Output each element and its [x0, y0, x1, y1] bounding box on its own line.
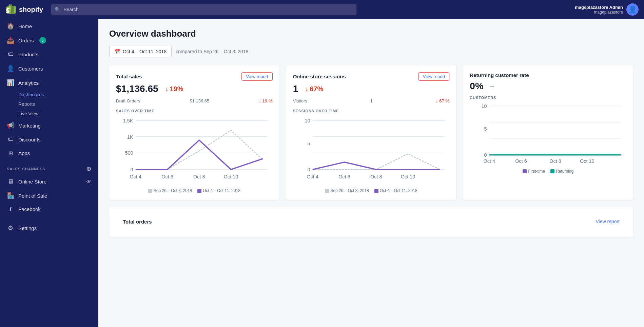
returning-value: 0% [470, 81, 483, 92]
sales-channels-label: SALES CHANNELS ⊕ [0, 160, 98, 175]
eye-icon[interactable]: 👁 [86, 179, 92, 185]
settings-icon: ⚙ [7, 224, 14, 232]
total-orders-inner: Total orders View report [116, 213, 626, 230]
svg-text:10: 10 [482, 103, 487, 109]
sidebar-label-settings: Settings [18, 225, 37, 231]
dashboards-label: Dashboards [18, 92, 44, 97]
customers-chart-label: CUSTOMERS [470, 96, 626, 100]
cards-row: Total sales View report $1,136.65 ↓ 19% … [109, 65, 633, 200]
reports-label: Reports [18, 101, 35, 107]
total-sales-card: Total sales View report $1,136.65 ↓ 19% … [109, 65, 279, 200]
draft-orders-label: Draft Orders [116, 98, 140, 103]
online-sessions-card: Online store sessions View report 1 ↓ 67… [286, 65, 456, 200]
svg-text:Oct 6: Oct 6 [161, 174, 173, 179]
svg-text:Oct 4: Oct 4 [307, 174, 318, 179]
search-input[interactable] [51, 4, 356, 15]
user-avatar[interactable]: 👤 [626, 3, 639, 16]
visitors-arrow: ↓ [436, 98, 438, 103]
total-sales-title: Total sales [116, 74, 142, 79]
orders-icon: 📥 [7, 37, 14, 44]
sidebar-label-home: Home [18, 23, 32, 29]
analytics-icon: 📊 [7, 79, 14, 86]
sidebar-item-products[interactable]: 🏷 Products [0, 47, 98, 61]
apps-icon: ⊞ [7, 150, 14, 156]
sidebar-item-apps[interactable]: ⊞ Apps [0, 147, 98, 160]
svg-text:1K: 1K [127, 134, 133, 140]
sidebar-sub-reports[interactable]: Reports [0, 99, 98, 109]
add-channel-btn[interactable]: ⊕ [86, 165, 92, 173]
sessions-value: 1 [293, 83, 298, 94]
sidebar-sub-liveview[interactable]: Live View [0, 109, 98, 118]
main-content: Overview dashboard 📅 Oct 4 – Oct 11, 201… [98, 19, 644, 327]
svg-text:10: 10 [305, 118, 310, 123]
orders-badge: 5 [39, 37, 46, 44]
total-sales-pct: 19% [170, 85, 183, 93]
legend-first-time: First-time [523, 169, 545, 174]
returning-title: Returning customer rate [470, 72, 529, 78]
user-area[interactable]: mageplazastore Admin mageplazastore 👤 [575, 3, 639, 16]
products-icon: 🏷 [7, 51, 14, 58]
sessions-sub-row: Visitors 1 ↓ 67% [293, 98, 450, 103]
sidebar-item-customers[interactable]: 👤 Customers [0, 61, 98, 76]
svg-text:1.5K: 1.5K [123, 118, 133, 123]
total-sales-view-report[interactable]: View report [241, 72, 273, 81]
sidebar-label-marketing: Marketing [18, 123, 41, 129]
logo-text: shopify [19, 6, 43, 14]
sidebar-sub-dashboards[interactable]: Dashboards [0, 90, 98, 99]
svg-text:Oct 10: Oct 10 [580, 158, 594, 164]
date-range-button[interactable]: 📅 Oct 4 – Oct 11, 2018 [109, 46, 172, 57]
total-orders-card: Total orders View report [109, 207, 633, 237]
compare-label: compared to Sep 26 – Oct 3, 2018 [176, 49, 248, 54]
sidebar: 🏠 Home 📥 Orders 5 🏷 Products 👤 Customers… [0, 19, 98, 327]
shopify-logo-icon [5, 4, 16, 15]
visitors-change: ↓ 67% [436, 98, 450, 103]
sidebar-item-facebook[interactable]: f Facebook [0, 203, 98, 215]
svg-text:Oct 6: Oct 6 [515, 158, 527, 164]
date-filter: 📅 Oct 4 – Oct 11, 2018 compared to Sep 2… [109, 46, 633, 57]
svg-text:Oct 4: Oct 4 [130, 174, 141, 179]
sessions-chart: 10 5 0 Oct 4 Oct 6 Oct 8 Oct 10 [293, 116, 450, 184]
home-icon: 🏠 [7, 22, 14, 30]
visitors-label: Visitors [293, 98, 307, 103]
sidebar-label-customers: Customers [18, 66, 43, 72]
sidebar-label-analytics: Analytics [18, 80, 39, 86]
sales-chart: 1.5K 1K 500 0 Oct 4 Oct 6 Oct 8 Oct 10 [116, 116, 273, 184]
down-arrow-icon: ↓ [165, 85, 169, 93]
customers-chart-legend: First-time Returning [470, 169, 626, 174]
draft-orders-change: ↓ 19% [259, 98, 273, 103]
top-nav: shopify 🔍 mageplazastore Admin mageplaza… [0, 0, 644, 19]
total-orders-title: Total orders [123, 219, 152, 225]
svg-text:0: 0 [484, 152, 487, 158]
sidebar-item-analytics[interactable]: 📊 Analytics [0, 76, 98, 90]
svg-text:Oct 10: Oct 10 [401, 174, 415, 179]
svg-text:Oct 8: Oct 8 [193, 174, 205, 179]
sessions-view-report[interactable]: View report [418, 72, 450, 81]
calendar-icon: 📅 [114, 49, 120, 54]
online-store-icon: 🖥 [7, 178, 14, 185]
customers-chart: 10 5 0 Oct 4 Oct 6 Oct 8 Oct 10 [470, 101, 626, 165]
sidebar-label-orders: Orders [18, 38, 34, 43]
total-sales-change: ↓ 19% [165, 85, 183, 93]
sidebar-item-marketing[interactable]: 📢 Marketing [0, 118, 98, 133]
logo[interactable]: shopify [5, 4, 43, 15]
search-bar[interactable]: 🔍 [51, 4, 356, 15]
total-orders-view-report[interactable]: View report [596, 219, 620, 224]
sidebar-item-orders[interactable]: 📥 Orders 5 [0, 33, 98, 47]
pos-icon: 🏪 [7, 192, 14, 199]
draft-orders-value: $1,136.65 [190, 98, 209, 103]
sales-chart-label: SALES OVER TIME [116, 109, 273, 113]
sales-chart-legend: Sep 26 – Oct 3, 2018 Oct 4 – Oct 11, 201… [116, 188, 273, 193]
sidebar-item-home[interactable]: 🏠 Home [0, 19, 98, 33]
total-sales-header: Total sales View report [116, 72, 273, 81]
sidebar-item-settings[interactable]: ⚙ Settings [0, 221, 98, 235]
sidebar-item-pos[interactable]: 🏪 Point of Sale [0, 189, 98, 203]
facebook-icon: f [7, 206, 14, 212]
page-title: Overview dashboard [109, 28, 633, 39]
sidebar-item-discounts[interactable]: 🏷 Discounts [0, 133, 98, 147]
sidebar-item-online-store[interactable]: 🖥 Online Store 👁 [0, 175, 98, 189]
svg-text:Oct 10: Oct 10 [224, 174, 238, 179]
sessions-change: ↓ 67% [305, 85, 323, 93]
app-body: 🏠 Home 📥 Orders 5 🏷 Products 👤 Customers… [0, 19, 644, 327]
sidebar-label-online-store: Online Store [18, 179, 46, 185]
customers-icon: 👤 [7, 65, 14, 72]
